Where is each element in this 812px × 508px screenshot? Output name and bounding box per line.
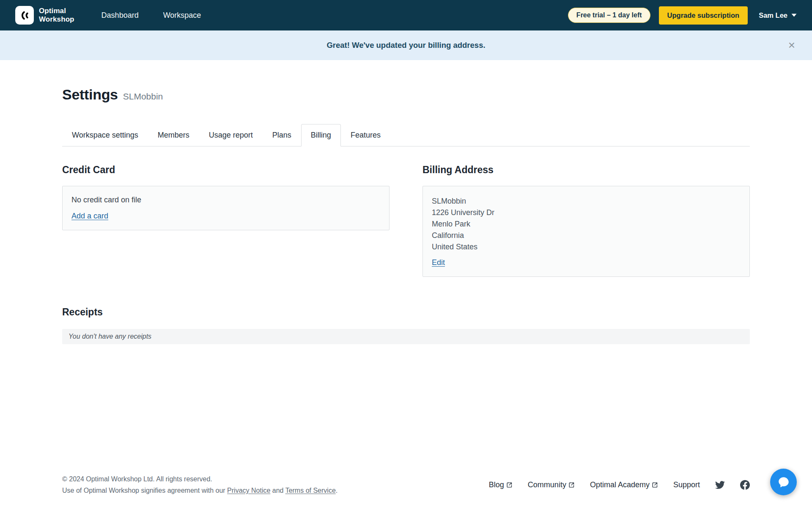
footer-link-community[interactable]: Community <box>528 480 575 489</box>
footer-legal: © 2024 Optimal Workshop Ltd. All rights … <box>62 474 337 496</box>
billing-address-line: SLMobbin <box>432 196 741 207</box>
user-name: Sam Lee <box>759 11 787 19</box>
close-icon[interactable]: × <box>784 37 799 54</box>
billing-address-heading: Billing Address <box>422 164 750 176</box>
nav-item-dashboard[interactable]: Dashboard <box>102 11 139 20</box>
navbar-left: Optimal Workshop Dashboard Workspace <box>15 6 201 25</box>
external-link-icon <box>568 482 575 488</box>
external-link-icon <box>506 482 513 488</box>
tab-plans[interactable]: Plans <box>263 124 301 146</box>
chat-bubble-icon <box>777 476 790 489</box>
notification-banner: Great! We've updated your billing addres… <box>0 30 812 60</box>
page-title: Settings <box>62 86 118 103</box>
receipts-empty-text: You don't have any receipts <box>62 329 750 344</box>
privacy-notice-link[interactable]: Privacy Notice <box>227 487 270 494</box>
credit-card-empty-text: No credit card on file <box>71 196 380 204</box>
tab-workspace-settings[interactable]: Workspace settings <box>62 124 148 146</box>
external-link-icon <box>652 482 658 488</box>
primary-nav: Dashboard Workspace <box>102 11 201 20</box>
add-card-link[interactable]: Add a card <box>71 212 108 221</box>
credit-card-panel: No credit card on file Add a card <box>62 186 390 230</box>
navbar-right: Free trial – 1 day left Upgrade subscrip… <box>568 6 797 25</box>
user-menu[interactable]: Sam Lee <box>759 11 797 19</box>
banner-message: Great! We've updated your billing addres… <box>326 41 485 50</box>
edit-billing-address-link[interactable]: Edit <box>432 258 445 267</box>
chat-launcher-button[interactable] <box>770 469 797 495</box>
logo-text-line1: Optimal <box>39 7 74 15</box>
main-content: Settings SLMobbin Workspace settings Mem… <box>0 60 812 461</box>
footer-link-optimal-academy[interactable]: Optimal Academy <box>590 480 658 489</box>
optimal-workshop-logo[interactable]: Optimal Workshop <box>15 6 74 25</box>
footer-copyright: © 2024 Optimal Workshop Ltd. All rights … <box>62 474 337 485</box>
logo-text-line2: Workshop <box>39 15 74 24</box>
tab-billing[interactable]: Billing <box>301 124 341 146</box>
optimal-workshop-logo-icon <box>15 6 34 25</box>
logo-text: Optimal Workshop <box>39 7 74 23</box>
terms-of-service-link[interactable]: Terms of Service <box>285 487 336 494</box>
page-footer: © 2024 Optimal Workshop Ltd. All rights … <box>0 461 812 508</box>
footer-link-support[interactable]: Support <box>673 480 700 489</box>
credit-card-section: Credit Card No credit card on file Add a… <box>62 164 390 277</box>
facebook-icon[interactable] <box>740 480 750 490</box>
chevron-down-icon <box>791 14 797 17</box>
billing-address-line: United States <box>432 241 741 253</box>
receipts-heading: Receipts <box>62 306 750 318</box>
billing-address-line: California <box>432 230 741 241</box>
tab-usage-report[interactable]: Usage report <box>199 124 263 146</box>
twitter-icon[interactable] <box>715 480 725 490</box>
footer-links: Blog Community Optimal Academy <box>489 480 750 490</box>
trial-badge[interactable]: Free trial – 1 day left <box>568 8 650 23</box>
receipts-section: Receipts You don't have any receipts <box>62 306 750 344</box>
tab-members[interactable]: Members <box>148 124 199 146</box>
footer-link-blog[interactable]: Blog <box>489 480 513 489</box>
billing-address-section: Billing Address SLMobbin 1226 University… <box>422 164 750 277</box>
nav-item-workspace[interactable]: Workspace <box>163 11 201 20</box>
footer-agreement: Use of Optimal Workshop signifies agreem… <box>62 485 337 496</box>
billing-address-line: Menlo Park <box>432 218 741 230</box>
billing-address-panel: SLMobbin 1226 University Dr Menlo Park C… <box>422 186 750 277</box>
settings-tabs: Workspace settings Members Usage report … <box>62 124 750 146</box>
workspace-name: SLMobbin <box>123 91 163 102</box>
billing-address-line: 1226 University Dr <box>432 207 741 218</box>
credit-card-heading: Credit Card <box>62 164 390 176</box>
top-navbar: Optimal Workshop Dashboard Workspace Fre… <box>0 0 812 30</box>
app-root: Optimal Workshop Dashboard Workspace Fre… <box>0 0 812 508</box>
upgrade-subscription-button[interactable]: Upgrade subscription <box>659 6 748 25</box>
page-head: Settings SLMobbin <box>62 86 750 103</box>
tab-features[interactable]: Features <box>341 124 390 146</box>
